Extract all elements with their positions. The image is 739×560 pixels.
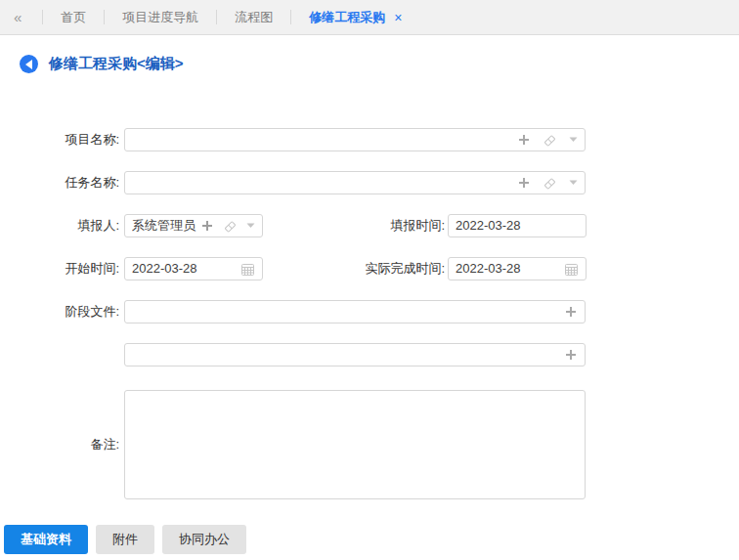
report-time-value: 2022-03-28	[456, 215, 579, 237]
task-name-field[interactable]	[124, 171, 586, 194]
reporter-value: 系统管理员	[132, 215, 200, 237]
plus-icon[interactable]	[200, 219, 214, 233]
chevron-down-icon[interactable]	[246, 223, 255, 229]
actual-finish-time-value: 2022-03-28	[456, 258, 564, 280]
bottom-tab-bar: 基础资料 附件 协同办公	[0, 519, 739, 560]
task-name-label: 任务名称:	[0, 171, 119, 194]
chevron-down-icon[interactable]	[569, 137, 578, 143]
actual-finish-time-field[interactable]: 2022-03-28	[448, 257, 587, 280]
eraser-icon[interactable]	[543, 133, 557, 148]
start-time-field[interactable]: 2022-03-28	[124, 257, 263, 280]
reporter-field[interactable]: 系统管理员	[124, 214, 263, 237]
chevron-down-icon[interactable]	[569, 180, 578, 186]
plus-icon[interactable]	[564, 305, 578, 319]
project-name-label: 项目名称:	[0, 128, 119, 151]
eraser-icon[interactable]	[223, 219, 238, 234]
plus-icon[interactable]	[517, 176, 531, 190]
page: { "tab_bar": { "collapse_icon": "«", "ta…	[0, 0, 739, 560]
report-time-label: 填报时间:	[274, 214, 445, 237]
start-time-value: 2022-03-28	[132, 258, 240, 280]
stage-file-label: 阶段文件:	[0, 300, 119, 323]
plus-icon[interactable]	[564, 348, 578, 362]
remark-label: 备注:	[0, 390, 119, 499]
bottom-tab-attachments[interactable]: 附件	[96, 525, 154, 554]
reporter-label: 填报人:	[0, 214, 119, 237]
bottom-tab-collaboration[interactable]: 协同办公	[162, 525, 246, 554]
calendar-icon[interactable]	[564, 262, 579, 277]
start-time-label: 开始时间:	[0, 257, 119, 280]
remark-textarea[interactable]	[124, 390, 586, 499]
edit-form: 项目名称: 任务名称:	[0, 0, 739, 560]
calendar-icon[interactable]	[240, 262, 255, 277]
stage-file-2-field[interactable]	[124, 343, 586, 366]
stage-file-field[interactable]	[124, 300, 586, 323]
actual-finish-time-label: 实际完成时间:	[274, 257, 445, 280]
plus-icon[interactable]	[517, 133, 531, 147]
bottom-tab-basic-info[interactable]: 基础资料	[4, 525, 88, 554]
eraser-icon[interactable]	[543, 176, 557, 191]
report-time-field[interactable]: 2022-03-28	[448, 214, 587, 237]
project-name-field[interactable]	[124, 128, 586, 151]
